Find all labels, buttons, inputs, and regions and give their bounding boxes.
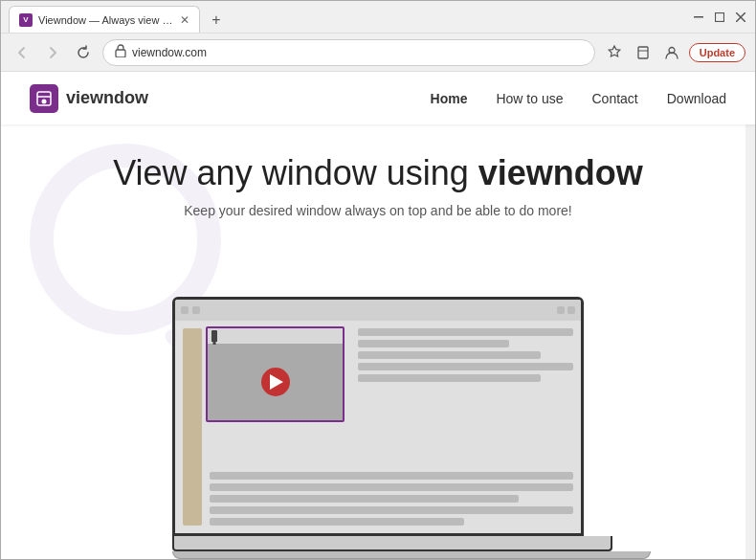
topbar-dots-right — [557, 306, 575, 314]
hero-title: View any window using viewndow — [113, 153, 643, 193]
forward-button[interactable] — [41, 41, 64, 64]
new-tab-button[interactable]: + — [204, 8, 229, 33]
logo-text: viewndow — [66, 88, 148, 108]
lower-line-3 — [210, 495, 519, 503]
nav-link-download[interactable]: Download — [667, 91, 726, 106]
maximize-button[interactable] — [713, 11, 726, 24]
back-button[interactable] — [11, 41, 33, 64]
laptop-illustration — [1, 237, 755, 559]
star-icon[interactable] — [603, 41, 626, 64]
window-controls — [692, 11, 747, 24]
topbar-dot-1 — [181, 306, 189, 314]
laptop-screen — [172, 297, 584, 536]
content-line-5 — [358, 374, 541, 382]
hero-subtitle: Keep your desired window always on top a… — [184, 203, 571, 218]
content-line-4 — [358, 363, 573, 370]
laptop-base — [172, 536, 612, 551]
svg-point-10 — [42, 99, 47, 103]
browser-frame: V Viewndow — Always view desir... ✕ + — [0, 0, 756, 560]
svg-rect-5 — [638, 47, 648, 58]
screen-topbar — [175, 300, 581, 321]
close-button[interactable] — [734, 11, 747, 24]
title-bar: V Viewndow — Always view desir... ✕ + — [1, 1, 755, 34]
tab-title: Viewndow — Always view desir... — [38, 14, 174, 26]
nav-link-how-to-use[interactable]: How to use — [496, 91, 563, 106]
site-nav-links: Home How to use Contact Download — [431, 91, 726, 106]
address-bar: viewndow.com Update — [1, 34, 755, 72]
lower-line-5 — [210, 518, 464, 526]
tab-close-button[interactable]: ✕ — [180, 13, 189, 27]
nav-link-contact[interactable]: Contact — [591, 91, 637, 106]
content-line-3 — [358, 351, 541, 359]
laptop-bottom — [172, 551, 651, 559]
laptop-content-area — [175, 321, 581, 533]
floating-window-bar — [208, 328, 343, 344]
account-icon[interactable] — [660, 41, 683, 64]
play-triangle — [270, 374, 283, 390]
laptop-sidebar — [183, 328, 202, 526]
lock-icon — [115, 44, 126, 60]
svg-rect-0 — [694, 16, 703, 18]
tab-area: V Viewndow — Always view desir... ✕ + — [9, 1, 692, 33]
refresh-button[interactable] — [72, 41, 95, 64]
logo-icon — [30, 84, 58, 113]
play-button — [261, 368, 290, 396]
website-content: viewndow Home How to use Contact Downloa… — [1, 72, 755, 559]
address-input[interactable]: viewndow.com — [102, 39, 595, 66]
active-tab[interactable]: V Viewndow — Always view desir... ✕ — [9, 6, 200, 33]
svg-rect-4 — [116, 50, 125, 57]
laptop-screen-inner — [175, 300, 581, 533]
bookmark-icon[interactable] — [632, 41, 655, 64]
hero-section: viewndow View any window using viewndow … — [1, 124, 755, 559]
update-button[interactable]: Update — [689, 43, 745, 62]
nav-link-home[interactable]: Home — [431, 91, 468, 106]
content-line-2 — [358, 340, 509, 347]
laptop-main — [210, 328, 573, 526]
url-text: viewndow.com — [132, 46, 207, 59]
site-nav: viewndow Home How to use Contact Downloa… — [1, 72, 755, 124]
floating-window-body — [208, 344, 343, 420]
lower-line-1 — [210, 472, 573, 480]
lower-line-4 — [210, 506, 573, 514]
tab-favicon: V — [19, 13, 33, 27]
svg-rect-1 — [716, 12, 724, 21]
lower-content-lines — [210, 472, 573, 526]
topbar-dot-r2 — [567, 306, 575, 314]
minimize-button[interactable] — [692, 11, 705, 24]
site-logo[interactable]: viewndow — [30, 84, 148, 113]
content-line-1 — [358, 328, 573, 336]
topbar-dot-r1 — [557, 306, 565, 314]
floating-window — [206, 326, 345, 422]
content-lines-right — [358, 328, 573, 466]
lower-line-2 — [210, 483, 573, 491]
pin-icon — [211, 330, 217, 342]
toolbar-icons: Update — [603, 41, 745, 64]
laptop — [172, 297, 584, 559]
topbar-dot-2 — [192, 306, 200, 314]
